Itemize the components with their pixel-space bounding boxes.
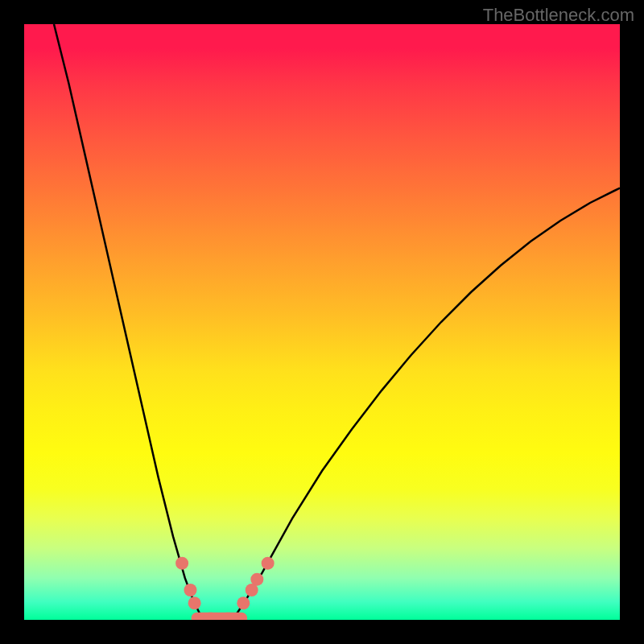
curve-marker (237, 597, 250, 609)
plot-area (24, 24, 620, 620)
bottleneck-curve (54, 24, 620, 620)
curve-svg (24, 24, 620, 620)
curve-marker (175, 557, 188, 570)
curve-marker (188, 597, 201, 609)
curve-marker (262, 557, 275, 570)
curve-marker (250, 573, 263, 586)
watermark-text: TheBottleneck.com (483, 5, 634, 26)
curve-marker (184, 584, 196, 597)
